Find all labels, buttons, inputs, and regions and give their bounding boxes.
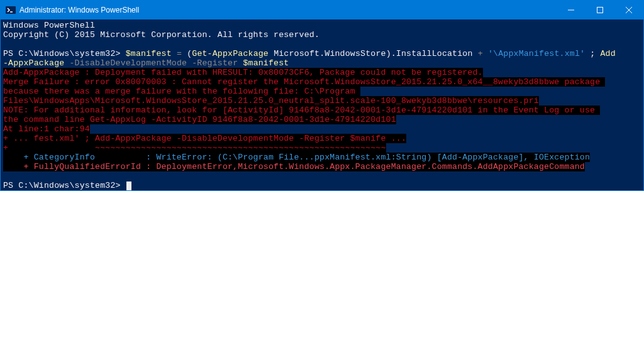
error-line: + ~~~~~~~~~~~~~~~~~~~~~~~~~~~~~~~~~~~~~~… [3,143,386,153]
cmd-flag2: -Register [192,58,238,68]
error-line: because there was a merge failure with t… [3,87,360,96]
cmd-flag1: -DisableDevelopmentMode [70,58,187,68]
svg-rect-3 [597,8,603,13]
error-line: Merge Failure : error 0x80070003 : Canno… [3,77,605,87]
prompt: PS C:\Windows\system32> [3,181,121,190]
window-controls [557,1,643,19]
error-category: + CategoryInfo : WriteError: (C:\Program… [3,153,590,162]
cmd-str: '\AppxManifest.xml' [488,49,585,58]
error-id: + FullyQualifiedErrorId : DeploymentErro… [3,162,585,171]
cmd-add2: -AppxPackage [3,58,64,68]
powershell-icon [6,5,16,15]
cmd-var2: $manifest [243,58,289,68]
banner-line: Windows PowerShell [3,21,95,30]
cmd-add1: Add [601,49,616,58]
cmd-eq: = [177,49,182,58]
cursor [126,181,131,190]
powershell-window: Administrator: Windows PowerShell Window… [0,0,644,191]
svg-rect-0 [6,6,16,14]
copyright-line: Copyright (C) 2015 Microsoft Corporation… [3,30,319,40]
error-line: At line:1 char:94 [3,124,90,134]
terminal-output[interactable]: Windows PowerShell Copyright (C) 2015 Mi… [1,19,643,190]
close-button[interactable] [614,1,643,19]
error-line: NOTE: For additional information, look f… [3,106,600,115]
minimize-button[interactable] [557,1,586,19]
cmd-getappx: Get-AppxPackage [192,49,269,58]
error-line: the command line Get-AppxLog -ActivityID… [3,115,396,124]
error-line: Files\WindowsApps\Microsoft.WindowsStore… [3,96,539,106]
cmd-plus: + [478,49,483,58]
cmd-sep: ; [590,49,595,58]
cmd-rparen: ).InstallLocation [386,49,473,58]
maximize-button[interactable] [586,1,614,19]
titlebar[interactable]: Administrator: Windows PowerShell [1,1,643,19]
prompt: PS C:\Windows\system32> [3,49,121,58]
window-title: Administrator: Windows PowerShell [19,6,557,14]
cmd-pkg: Microsoft.WindowsStore [274,49,386,58]
cmd-var: $manifest [126,49,172,58]
error-line: Add-AppxPackage : Deployment failed with… [3,68,483,77]
error-line: + ... fest.xml' ; Add-AppxPackage -Disab… [3,134,406,143]
